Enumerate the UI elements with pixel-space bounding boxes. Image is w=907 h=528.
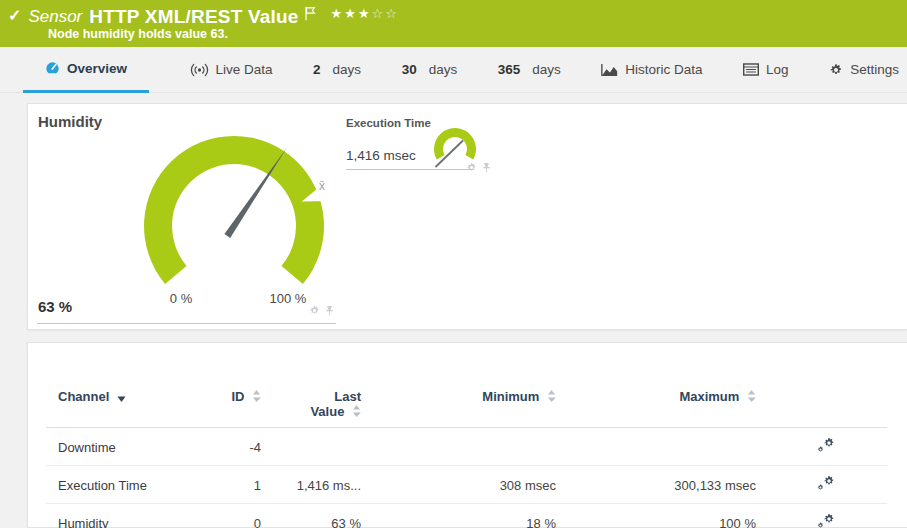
channel-id: 0 [213,504,273,528]
channels-table: Channel ID Last Value Mi [46,377,887,528]
gauge-arc [144,136,324,284]
tab-label: Settings [850,62,899,77]
sort-icon [352,405,361,417]
column-header-minimum[interactable]: Minimum [373,377,568,428]
channel-name: Humidity [46,504,213,528]
mini-gauge-arc [434,128,476,159]
gauge-pin-icon[interactable] [324,305,335,316]
table-header-row: Channel ID Last Value Mi [46,377,887,428]
tab-label: Overview [67,61,127,76]
table-row: Humidity 0 63 % 18 % 100 % [46,504,887,528]
tab-log[interactable]: Log [743,47,789,93]
channel-minimum: 308 msec [373,466,568,504]
sort-icon [747,390,756,402]
gauge-average-marker: x̄ [319,179,325,193]
column-header-label: Last [273,389,361,404]
check-icon: ✓ [8,5,21,27]
execution-time-current-value: 1,416 msec [346,148,416,163]
column-header-label: Channel [58,389,109,404]
tab-number: 2 [313,62,321,77]
live-data-icon [190,63,209,77]
channel-name: Execution Time [46,466,213,504]
tab-bar: Overview Live Data 2 days 30 days 365 da… [0,47,907,93]
tab-historic-data[interactable]: Historic Data [601,47,702,93]
column-header-id[interactable]: ID [213,377,273,428]
channel-name: Downtime [46,428,213,466]
sensor-status-banner: ✓ Sensor HTTP XML/REST Value ★★★☆☆ Node … [0,0,907,47]
tab-number: 30 [402,62,417,77]
log-icon [743,63,759,76]
stars-filled: ★★★ [331,6,372,21]
tab-label: days [429,62,458,77]
mini-gauge-pin-icon[interactable] [481,162,492,173]
channel-id: 1 [213,466,273,504]
column-header-label: Minimum [482,389,539,404]
channel-last-value: 1,416 ms... [273,466,373,504]
tab-label: Log [766,62,789,77]
page-title: HTTP XML/REST Value [89,5,298,29]
stars-empty: ☆☆ [372,6,399,21]
sort-icon [547,390,556,402]
humidity-gauge-title: Humidity [38,113,102,130]
tab-live-data[interactable]: Live Data [190,47,273,93]
execution-time-divider [346,169,473,170]
table-row: Downtime -4 [46,428,887,466]
status-message: Node humidity holds value 63. [48,27,228,41]
column-header-label: Maximum [679,389,739,404]
channel-maximum: 300,133 msec [568,466,768,504]
gauges-panel: Humidity x̄ 0 % 100 % 63 % Execution Tim… [27,103,907,330]
column-header-label: Value [310,404,344,419]
column-header-label: ID [231,389,244,404]
historic-data-icon [601,63,618,77]
column-header-channel[interactable]: Channel [46,377,213,428]
tab-settings[interactable]: Settings [829,47,899,93]
humidity-block-divider [37,323,336,324]
priority-star-rating[interactable]: ★★★☆☆ [331,5,399,23]
column-header-actions [768,377,887,428]
gauge-scale-min-label: 0 % [159,291,203,306]
channel-last-value [273,428,373,466]
tab-30-days[interactable]: 30 days [402,47,458,93]
channels-panel: Channel ID Last Value Mi [27,342,907,528]
table-row: Execution Time 1 1,416 ms... 308 msec 30… [46,466,887,504]
gauge-settings-gear-icon[interactable] [309,305,320,316]
tab-label: days [333,62,362,77]
tab-365-days[interactable]: 365 days [498,47,561,93]
channel-minimum [373,428,568,466]
tab-label: days [532,62,561,77]
channel-settings-icon[interactable] [816,475,836,492]
gauge-scale-max-label: 100 % [266,291,310,306]
sorted-desc-icon [117,396,126,402]
column-header-maximum[interactable]: Maximum [568,377,768,428]
mini-gauge-settings-gear-icon[interactable] [466,162,477,173]
channel-last-value: 63 % [273,504,373,528]
gauge-icon [45,61,60,76]
sensor-kind-label: Sensor [28,5,82,29]
channel-maximum: 100 % [568,504,768,528]
channel-id: -4 [213,428,273,466]
channel-settings-icon[interactable] [816,513,836,528]
channel-settings-icon[interactable] [816,437,836,454]
execution-time-title: Execution Time [346,117,431,129]
flag-icon [304,6,317,21]
tab-overview[interactable]: Overview [23,47,149,93]
tab-2-days[interactable]: 2 days [313,47,361,93]
tab-number: 365 [498,62,521,77]
tab-label: Live Data [216,62,273,77]
channel-maximum [568,428,768,466]
tab-label: Historic Data [625,62,702,77]
column-header-last-value[interactable]: Last Value [273,377,373,428]
sort-icon [252,390,261,402]
humidity-current-value: 63 % [38,298,72,315]
channel-minimum: 18 % [373,504,568,528]
settings-gear-icon [829,63,843,77]
